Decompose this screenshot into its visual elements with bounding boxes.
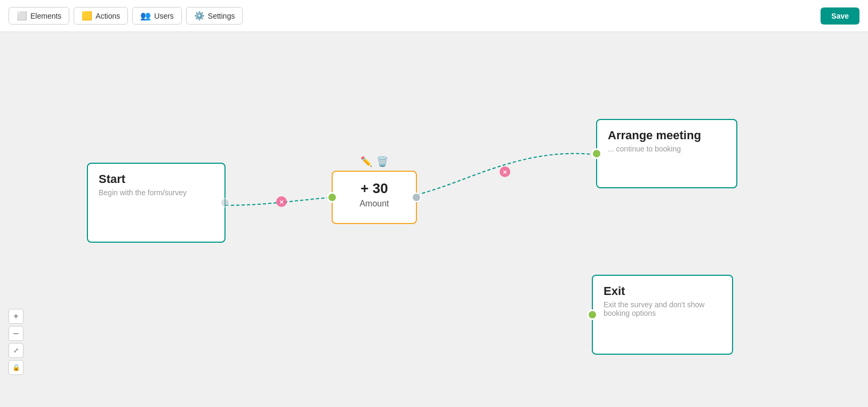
delete-icon[interactable]: 🗑️ bbox=[376, 156, 388, 167]
tab-actions-label: Actions bbox=[95, 12, 120, 20]
arrange-left-port[interactable] bbox=[591, 148, 602, 159]
svg-point-0 bbox=[276, 196, 287, 207]
tab-users-label: Users bbox=[154, 12, 174, 20]
exit-title: Exit bbox=[604, 284, 721, 298]
tab-settings-label: Settings bbox=[208, 12, 235, 20]
node-start[interactable]: Start Begin with the form/survey bbox=[87, 163, 226, 243]
start-subtitle: Begin with the form/survey bbox=[99, 188, 214, 197]
tab-settings[interactable]: ⚙️ Settings bbox=[186, 7, 243, 25]
node-arrange[interactable]: Arrange meeting ... continue to booking bbox=[596, 119, 737, 188]
node-amount-actions: ✏️ 🗑️ bbox=[360, 156, 388, 167]
start-title: Start bbox=[99, 172, 214, 186]
tab-elements[interactable]: ⬜ Elements bbox=[9, 7, 69, 25]
zoom-lock-button[interactable]: 🔒 bbox=[9, 360, 23, 375]
exit-subtitle: Exit the survey and don't show booking o… bbox=[604, 300, 721, 317]
users-icon: 👥 bbox=[140, 11, 151, 21]
node-amount[interactable]: ✏️ 🗑️ + 30 Amount bbox=[332, 171, 417, 224]
zoom-out-button[interactable]: – bbox=[9, 326, 23, 341]
edit-icon[interactable]: ✏️ bbox=[360, 156, 372, 167]
save-button[interactable]: Save bbox=[821, 7, 859, 25]
actions-icon: 🟨 bbox=[82, 11, 92, 21]
svg-point-2 bbox=[500, 166, 510, 177]
zoom-in-button[interactable]: + bbox=[9, 309, 23, 324]
start-right-port[interactable] bbox=[220, 198, 230, 208]
svg-text:×: × bbox=[503, 168, 507, 176]
settings-icon: ⚙️ bbox=[194, 11, 205, 21]
amount-subtitle: Amount bbox=[343, 199, 405, 209]
amount-right-port[interactable] bbox=[412, 193, 421, 202]
arrange-title: Arrange meeting bbox=[608, 129, 726, 142]
toolbar: ⬜ Elements 🟨 Actions 👥 Users ⚙️ Settings… bbox=[0, 0, 868, 32]
zoom-fit-button[interactable]: ⤢ bbox=[9, 343, 23, 358]
amount-left-port[interactable] bbox=[327, 192, 337, 203]
tab-users[interactable]: 👥 Users bbox=[132, 7, 182, 25]
elements-icon: ⬜ bbox=[17, 11, 27, 21]
arrange-subtitle: ... continue to booking bbox=[608, 145, 726, 153]
svg-text:×: × bbox=[279, 198, 284, 206]
tab-actions[interactable]: 🟨 Actions bbox=[74, 7, 128, 25]
node-exit[interactable]: Exit Exit the survey and don't show book… bbox=[592, 275, 733, 355]
exit-left-port[interactable] bbox=[587, 309, 598, 320]
tab-elements-label: Elements bbox=[30, 12, 61, 20]
amount-title: + 30 bbox=[343, 180, 405, 197]
canvas[interactable]: × × Start Begin with the form/survey ✏️ … bbox=[0, 32, 868, 407]
zoom-controls: + – ⤢ 🔒 bbox=[9, 309, 23, 375]
